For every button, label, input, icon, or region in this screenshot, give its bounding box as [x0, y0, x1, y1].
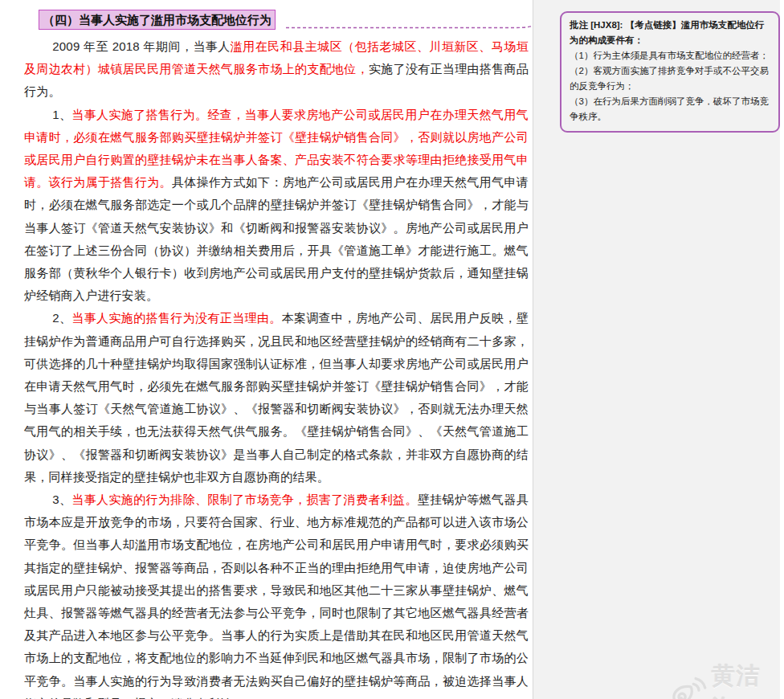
text-segment: 具体操作方式如下：房地产公司或居民用户在办理天然气用气申请时，必须在燃气服务部选…: [24, 175, 529, 302]
section-heading: （四）当事人实施了滥用市场支配地位行为: [39, 10, 276, 30]
document-page: （四）当事人实施了滥用市场支配地位行为 2009 年至 2018 年期间，当事人…: [0, 0, 533, 699]
comment-list-item: （2）客观方面实施了排挤竞争对手或不公平交易的反竞争行为；: [570, 63, 771, 94]
text-segment: 2009 年至 2018 年期间，当事人: [52, 39, 231, 53]
text-segment: 当事人实施的行为排除、限制了市场竞争，损害了消费者利益。: [71, 493, 417, 506]
comments-panel: 批注 [HJX8]: 【考点链接】滥用市场支配地位行为的构成要件有： （1）行为…: [533, 0, 780, 699]
comment-list-item: （3）在行为后果方面削弱了竞争，破坏了市场竞争秩序。: [570, 94, 771, 125]
text-segment: 1、: [52, 108, 71, 121]
text-segment: 壁挂锅炉等燃气器具市场本应是开放竞争的市场，只要符合国家、行业、地方标准规范的产…: [24, 493, 529, 699]
paragraph: 2、当事人实施的搭售行为没有正当理由。本案调查中，房地产公司、居民用户反映，壁挂…: [24, 307, 529, 488]
paragraph: 1、当事人实施了搭售行为。经查，当事人要求房地产公司或居民用户在办理天然气用气申…: [24, 104, 529, 308]
weibo-logo-icon: [672, 676, 708, 699]
watermark-text: 黄洁洵: [712, 660, 784, 699]
comment-items: （1）行为主体须是具有市场支配地位的经营者；（2）客观方面实施了排挤竞争对手或不…: [570, 48, 771, 125]
document-body: 2009 年至 2018 年期间，当事人滥用在民和县主城区（包括老城区、川垣新区…: [24, 35, 529, 699]
text-segment: 本案调查中，房地产公司、居民用户反映，壁挂锅炉作为普通商品用户可自行选择购买，况…: [24, 311, 529, 483]
paragraph: 2009 年至 2018 年期间，当事人滥用在民和县主城区（包括老城区、川垣新区…: [24, 35, 529, 104]
text-segment: 3、: [52, 493, 71, 506]
paragraph: 3、当事人实施的行为排除、限制了市场竞争，损害了消费者利益。壁挂锅炉等燃气器具市…: [24, 488, 529, 699]
text-segment: 当事人实施的搭售行为没有正当理由。: [71, 311, 281, 325]
comment-tag: 批注 [HJX8]:: [570, 20, 623, 30]
watermark: 黄洁洵: [672, 660, 784, 699]
text-segment: 2、: [52, 311, 71, 325]
comment-card[interactable]: 批注 [HJX8]: 【考点链接】滥用市场支配地位行为的构成要件有： （1）行为…: [560, 11, 780, 133]
page-edge-strip: [780, 0, 784, 699]
comment-list-item: （1）行为主体须是具有市场支配地位的经营者；: [570, 48, 771, 63]
